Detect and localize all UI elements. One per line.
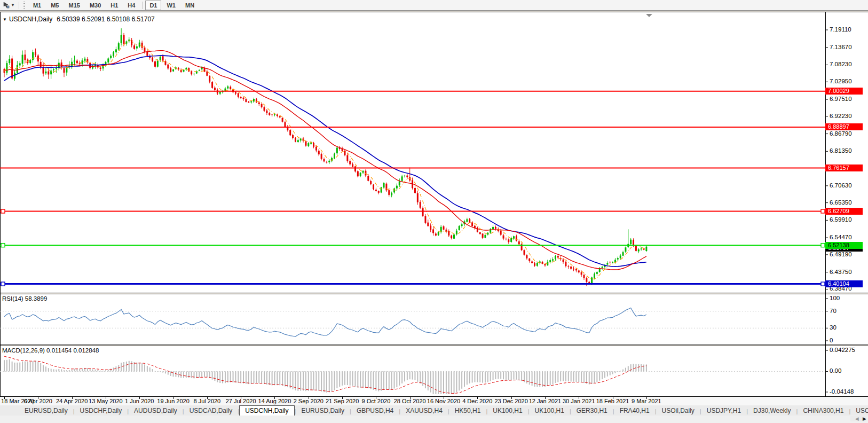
price-tick-label: 7.08230 [830,61,852,67]
chart-tab-hk50-h1[interactable]: HK50,H1 [449,406,486,416]
chart-tab-usdchf-daily[interactable]: USDCHF,Daily [75,406,128,416]
mt4-window: ▼ M1M5M15M30H1H4D1W1MN ▼USDCNH,Daily6.50… [0,0,868,423]
chart-tab-gbpusd-h4[interactable]: GBPUSD,H4 [351,406,399,416]
rsi-label: RSI(14) 58.3899 [2,295,47,302]
price-tick-label: 6.65350 [830,199,852,206]
level-price-label: 6.40104 [825,280,863,287]
line-handle[interactable] [821,244,825,247]
timeframe-button-d1[interactable]: D1 [145,1,161,10]
chart-tab-usoil-daily[interactable]: USOil,Daily [657,406,700,416]
line-handle[interactable] [1,244,5,247]
line-handle[interactable] [1,209,5,213]
price-tick-label: 6.86790 [830,130,852,137]
rsi-scale-label: 100 [830,295,840,301]
toolbar: ▼ M1M5M15M30H1H4D1W1MN [0,0,868,11]
rsi-indicator-name: RSI(14) [2,295,23,302]
macd-scale-label: -0.04148 [830,388,854,395]
macd-scale-label: 0.042275 [830,347,855,353]
macd-label: MACD(12,26,9) 0.011454 0.012848 [2,347,99,354]
tab-scroll-buttons: ◀ ▶ [850,416,866,421]
toolbar-separator [19,2,19,9]
price-axis[interactable]: 7.191107.136707.082307.029506.975106.922… [825,11,868,396]
price-tick-label: 7.13670 [830,44,852,50]
price-tick-label: 6.59910 [830,216,852,223]
rsi-scale-label: 70 [830,308,837,314]
level-price-label: 6.62709 [825,208,863,215]
price-tick-label: 6.49190 [830,251,852,257]
level-price-label: 6.88897 [825,123,863,130]
chart-tab-xauusd-h4[interactable]: XAUUSD,H4 [400,406,448,416]
toolbar-separator [142,2,143,9]
chart-tab-bar: EURUSD,Daily|USDCHF,Daily|AUDUSD,Daily|U… [0,405,868,416]
price-chart[interactable] [0,11,868,396]
price-tick-label: 6.43750 [830,269,852,275]
rsi-scale-label: 30 [830,324,837,331]
chart-tab-fra40-h1[interactable]: FRA40,H1 [614,406,655,416]
rsi-indicator-value: 58.3899 [25,295,48,302]
price-tick-label: 6.70630 [830,182,852,189]
chart-symbol-period: USDCNH,Daily [9,15,52,23]
timeframe-button-h1[interactable]: H1 [106,1,122,10]
price-tick-label: 7.02950 [830,78,852,84]
date-axis[interactable]: 18 Mar 20206 Apr 202024 Apr 202013 May 2… [0,396,868,405]
dropdown-arrow-icon[interactable]: ▼ [11,3,15,7]
level-price-label: 6.76157 [825,164,863,171]
chart-tab-uk100-h1[interactable]: UK100,H1 [530,406,570,416]
level-price-label: 7.00029 [825,88,863,95]
line-handle[interactable] [821,282,825,286]
chart-tab-eurusd-daily[interactable]: EURUSD,Daily [19,406,73,416]
price-tick-label: 6.92230 [830,113,852,119]
macd-indicator-values: 0.011454 0.012848 [46,347,99,354]
collapse-arrow-icon[interactable]: ▼ [3,17,7,22]
timeframe-button-m30[interactable]: M30 [85,1,105,10]
chart-tab-ger30-h1[interactable]: GER30,H1 [571,406,613,416]
timeframe-button-h4[interactable]: H4 [123,1,139,10]
tab-scroll-left-icon[interactable]: ◀ [855,416,859,421]
chart-tab-uso[interactable]: USO [850,406,868,416]
price-tick-label: 7.19110 [830,26,851,33]
rsi-scale-label: 0 [830,337,833,343]
chart-title: ▼USDCNH,Daily6.50339 6.52091 6.50108 6.5… [3,15,155,23]
timeframe-group: M1M5M15M30H1H4D1W1MN [28,1,199,10]
price-tick-label: 6.97510 [830,96,852,102]
timeframe-button-w1[interactable]: W1 [162,1,180,10]
chart-window: ▼USDCNH,Daily6.50339 6.52091 6.50108 6.5… [0,11,868,405]
toolbar-drag-handle[interactable] [23,2,25,9]
chart-tab-dj30-weekly[interactable]: DJ30,Weekly [748,406,796,416]
chart-tab-eurusd-daily[interactable]: EURUSD,Daily [296,406,350,416]
cursor-tool-button[interactable]: ▼ [1,1,17,9]
date-tick-label: 9 Mar 2021 [627,398,666,404]
price-tick-label: 6.81350 [830,147,852,154]
timeframe-button-mn[interactable]: MN [181,1,199,10]
price-tick-label: 6.54470 [830,234,852,240]
chart-tab-uk100-h1[interactable]: UK100,H1 [487,406,527,416]
macd-indicator-name: MACD(12,26,9) [2,347,45,354]
crosshair-icon [3,2,10,9]
timeframe-button-m1[interactable]: M1 [29,1,45,10]
line-handle[interactable] [1,282,5,286]
timeframe-button-m15[interactable]: M15 [64,1,84,10]
chart-tab-audusd-daily[interactable]: AUDUSD,Daily [129,406,183,416]
chart-tab-usdjpy-h1[interactable]: USDJPY,H1 [701,406,746,416]
chart-tab-usdcnh-daily[interactable]: USDCNH,Daily [239,405,294,416]
timeframe-button-m5[interactable]: M5 [46,1,63,10]
chart-tab-usdcad-daily[interactable]: USDCAD,Daily [184,406,238,416]
level-price-label: 6.52138 [825,242,863,249]
chart-ohlc-values: 6.50339 6.52091 6.50108 6.51707 [57,15,155,23]
line-handle[interactable] [821,209,825,213]
tab-scroll-right-icon[interactable]: ▶ [863,416,866,421]
chart-tab-china300-h1[interactable]: CHINA300,H1 [798,406,849,416]
macd-scale-label: 0.00 [830,367,841,374]
